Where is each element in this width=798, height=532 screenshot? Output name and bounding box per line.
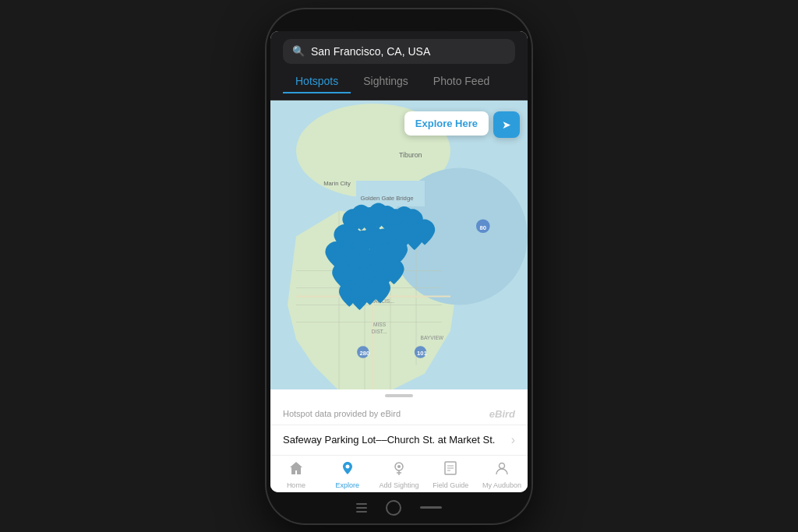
search-bar[interactable]: 🔍 San Francisco, CA, USA xyxy=(283,39,515,64)
search-input-value: San Francisco, CA, USA xyxy=(311,45,430,58)
map-container[interactable]: Tiburon Marin City Golden Gate Bridge 80… xyxy=(270,100,528,389)
search-icon: 🔍 xyxy=(292,45,305,57)
ebird-logo: eBird xyxy=(489,408,515,420)
field-guide-icon xyxy=(443,460,458,480)
svg-text:Marin City: Marin City xyxy=(323,179,351,186)
home-icon xyxy=(288,460,304,480)
nav-item-home[interactable]: Home xyxy=(277,460,316,489)
nav-item-field-guide[interactable]: Field Guide xyxy=(431,460,470,489)
phone-wrapper: 🔍 San Francisco, CA, USA Hotspots Sighti… xyxy=(267,9,531,523)
nav-item-add-sighting[interactable]: Add Sighting xyxy=(379,460,418,489)
nav-label-home: Home xyxy=(287,481,305,489)
ebird-credit: Hotspot data provided by eBird eBird xyxy=(270,405,528,425)
nav-label-explore: Explore xyxy=(335,481,359,489)
phone-screen: 🔍 San Francisco, CA, USA Hotspots Sighti… xyxy=(270,31,528,492)
tab-photo-feed[interactable]: Photo Feed xyxy=(421,70,502,93)
svg-text:BAYVIEW: BAYVIEW xyxy=(421,334,444,340)
svg-text:Tiburon: Tiburon xyxy=(399,151,422,159)
svg-text:MISS: MISS xyxy=(373,322,387,327)
nav-label-my-audubon: My Audubon xyxy=(482,481,521,489)
nav-item-explore[interactable]: Explore xyxy=(328,460,367,489)
svg-text:Golden Gate Bridge: Golden Gate Bridge xyxy=(361,195,414,202)
phone-notch xyxy=(352,9,446,31)
drag-handle-bar xyxy=(385,394,413,397)
svg-point-33 xyxy=(397,465,401,468)
svg-text:80: 80 xyxy=(479,224,486,231)
menu-indicator xyxy=(356,503,367,513)
tab-hotspots[interactable]: Hotspots xyxy=(283,70,351,93)
add-sighting-icon xyxy=(390,460,408,480)
ebird-credit-text: Hotspot data provided by eBird xyxy=(283,409,401,418)
drag-handle[interactable] xyxy=(270,389,528,402)
back-indicator xyxy=(420,506,442,509)
phone-bottom-bar xyxy=(356,500,442,516)
home-indicator xyxy=(386,500,401,516)
svg-text:280: 280 xyxy=(359,350,369,357)
bottom-nav: Home Explore Add Sighting xyxy=(270,455,528,492)
hotspot-name: Safeway Parking Lot––Church St. at Marke… xyxy=(283,434,511,446)
app-header: 🔍 San Francisco, CA, USA xyxy=(270,31,528,70)
nav-label-field-guide: Field Guide xyxy=(433,481,468,489)
hotspot-item[interactable]: Safeway Parking Lot––Church St. at Marke… xyxy=(270,425,528,455)
explore-here-button[interactable]: Explore Here xyxy=(404,111,489,136)
svg-rect-4 xyxy=(356,181,425,206)
phone-frame: 🔍 San Francisco, CA, USA Hotspots Sighti… xyxy=(267,9,531,523)
explore-icon xyxy=(340,460,355,480)
svg-text:DIST...: DIST... xyxy=(372,328,387,333)
locate-button[interactable]: ➤ xyxy=(493,111,520,138)
nav-label-add-sighting: Add Sighting xyxy=(379,481,418,489)
bottom-panel: Hotspot data provided by eBird eBird Saf… xyxy=(270,402,528,455)
nav-item-my-audubon[interactable]: My Audubon xyxy=(482,460,521,489)
map-svg: Tiburon Marin City Golden Gate Bridge 80… xyxy=(270,100,528,389)
svg-text:101: 101 xyxy=(417,350,428,357)
tab-sightings[interactable]: Sightings xyxy=(351,70,421,93)
locate-icon: ➤ xyxy=(502,118,511,131)
tab-bar: Hotspots Sightings Photo Feed xyxy=(270,70,528,100)
my-audubon-icon xyxy=(494,460,510,480)
svg-point-38 xyxy=(500,463,505,468)
chevron-right-icon: › xyxy=(511,433,515,447)
